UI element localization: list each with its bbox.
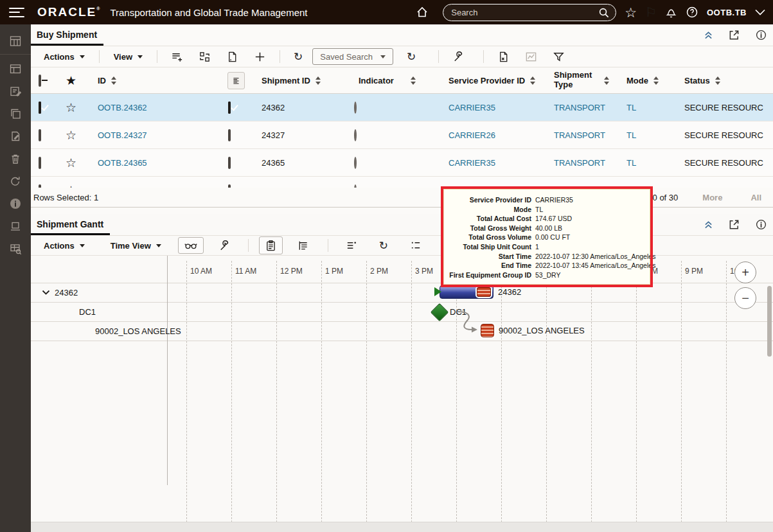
shipment-link[interactable]: OOTB.24327	[98, 130, 147, 140]
sort-icon[interactable]	[111, 76, 116, 85]
row-checkbox[interactable]	[39, 102, 41, 114]
all-button[interactable]: All	[747, 192, 765, 203]
indicator-radio[interactable]	[354, 102, 357, 114]
sidebar-workbench-icon[interactable]	[0, 30, 31, 52]
indicator-radio[interactable]	[354, 129, 357, 141]
indicator-radio[interactable]	[354, 157, 357, 169]
equipment-marker-icon[interactable]	[477, 287, 491, 297]
collapse-panel-icon[interactable]	[704, 221, 713, 229]
mode-link[interactable]: TL	[626, 130, 636, 140]
mode-link[interactable]: TL	[626, 158, 636, 168]
sidebar-table-search-icon[interactable]	[0, 237, 31, 260]
view-menu-button[interactable]: View	[107, 49, 149, 64]
sidebar-info-icon[interactable]	[0, 192, 31, 215]
info-icon[interactable]	[756, 30, 767, 40]
add-icon[interactable]	[248, 49, 272, 65]
collapse-panel-icon[interactable]	[704, 31, 713, 39]
refresh-icon[interactable]: ↻	[288, 49, 308, 64]
time-view-menu-button[interactable]: Time View	[104, 238, 168, 253]
sort-icon[interactable]	[715, 76, 720, 85]
notifications-bell-icon[interactable]	[665, 6, 677, 19]
sort-icon[interactable]	[411, 76, 416, 85]
filter-funnel-icon[interactable]	[547, 49, 571, 65]
column-header-shipment-type[interactable]: Shipment Type	[545, 71, 618, 90]
sort-icon[interactable]	[604, 76, 609, 85]
reorder-columns-icon[interactable]	[193, 49, 217, 65]
sidebar-copy-icon[interactable]	[0, 102, 31, 125]
row-checkbox[interactable]	[39, 129, 41, 141]
wrench-icon[interactable]	[447, 49, 470, 65]
chevron-down-icon[interactable]	[42, 290, 50, 296]
horizontal-scrollbar[interactable]	[31, 522, 773, 532]
column-header-indicator[interactable]: Indicator	[346, 76, 436, 85]
column-header-shipment-id[interactable]: Shipment ID	[253, 76, 346, 85]
column-header-status[interactable]: Status	[677, 76, 773, 85]
more-button[interactable]: More	[698, 192, 726, 203]
column-header-id[interactable]: ID	[90, 76, 218, 85]
gantt-location-diamond[interactable]	[431, 303, 449, 321]
row-flag-checkbox[interactable]	[228, 129, 231, 141]
gantt-tree-item[interactable]: DC1	[79, 302, 96, 321]
row-star-icon[interactable]: ☆	[66, 102, 76, 114]
service-provider-link[interactable]: CARRIER35	[449, 158, 495, 168]
user-menu-chevron-down-icon[interactable]	[755, 9, 765, 15]
sidebar-refresh-icon[interactable]	[0, 170, 31, 192]
help-icon[interactable]	[686, 6, 698, 19]
select-all-checkbox[interactable]	[39, 75, 41, 87]
reload-icon[interactable]: ↻	[401, 49, 422, 64]
sidebar-edit-note-icon[interactable]	[0, 80, 31, 102]
column-header-service-provider[interactable]: Service Provider ID	[436, 76, 545, 85]
favorites-column-star-icon[interactable]: ★	[66, 75, 76, 87]
table-row[interactable]: ☆ OOTB.24365 24365 CARRIER35 TRANSPORT T…	[31, 149, 773, 177]
flag-icon[interactable]: ⚐	[645, 6, 657, 19]
row-star-icon[interactable]: ☆	[66, 129, 76, 141]
info-icon[interactable]	[756, 219, 767, 230]
saved-search-dropdown[interactable]: Saved Search	[312, 48, 393, 65]
gantt-tree-item[interactable]: 24362	[42, 283, 78, 302]
sort-icon[interactable]	[653, 76, 659, 85]
expand-panel-icon[interactable]	[729, 30, 740, 40]
mode-link[interactable]: TL	[626, 103, 636, 112]
row-details-icon[interactable]	[227, 72, 245, 89]
tab-buy-shipment[interactable]: Buy Shipment	[37, 30, 97, 46]
zoom-out-button[interactable]: −	[734, 287, 756, 309]
favorites-star-icon[interactable]: ☆	[625, 6, 637, 19]
wrench-icon[interactable]	[213, 238, 236, 254]
document-icon[interactable]	[220, 49, 244, 65]
sidebar-delete-trash-icon[interactable]	[0, 147, 31, 170]
global-search[interactable]	[443, 4, 616, 21]
options-list-icon[interactable]	[404, 238, 427, 253]
service-provider-link[interactable]: CARRIER26	[449, 130, 495, 140]
shipment-type-link[interactable]: TRANSPORT	[554, 158, 605, 168]
hamburger-menu-icon[interactable]	[9, 8, 24, 17]
table-row[interactable]: ☆ OOTB.24327 24327 CARRIER26 TRANSPORT T…	[31, 121, 773, 149]
export-document-icon[interactable]	[492, 49, 515, 65]
tab-shipment-gantt[interactable]: Shipment Gantt	[37, 219, 103, 235]
clipboard-icon[interactable]	[259, 236, 283, 254]
table-row[interactable]: ☆ OOTB.24362 24362 CARRIER35 TRANSPORT T…	[31, 94, 773, 121]
vertical-scrollbar[interactable]	[767, 286, 772, 357]
refresh-icon[interactable]: ↻	[373, 238, 394, 253]
sort-icon[interactable]	[530, 76, 535, 85]
row-checkbox[interactable]	[39, 157, 41, 169]
sidebar-layout-icon[interactable]	[0, 57, 31, 80]
gantt-chart-area[interactable]: 10 AM 11 AM 12 PM 1 PM 2 PM 3 PM 4 PM 5 …	[31, 256, 773, 522]
gantt-actions-menu-button[interactable]: Actions	[37, 238, 91, 253]
actions-menu-button[interactable]: Actions	[37, 49, 91, 64]
row-star-icon[interactable]: ☆	[66, 157, 76, 169]
column-header-mode[interactable]: Mode	[618, 76, 677, 85]
home-icon[interactable]	[410, 4, 434, 21]
gantt-location-marker[interactable]	[481, 324, 494, 337]
user-menu[interactable]: OOTB.TB	[707, 8, 747, 17]
shipment-link[interactable]: OOTB.24362	[98, 103, 147, 112]
shipment-type-link[interactable]: TRANSPORT	[554, 103, 605, 112]
expand-panel-icon[interactable]	[729, 219, 740, 230]
outline-list-icon[interactable]	[292, 238, 315, 253]
row-flag-checkbox[interactable]	[228, 157, 231, 169]
sidebar-edit-document-icon[interactable]	[0, 125, 31, 147]
row-flag-checkbox[interactable]	[228, 102, 231, 114]
zoom-in-button[interactable]: +	[734, 262, 756, 283]
shipment-type-link[interactable]: TRANSPORT	[554, 130, 605, 140]
view-glasses-icon[interactable]	[178, 237, 204, 254]
shipment-link[interactable]: OOTB.24365	[98, 158, 147, 168]
